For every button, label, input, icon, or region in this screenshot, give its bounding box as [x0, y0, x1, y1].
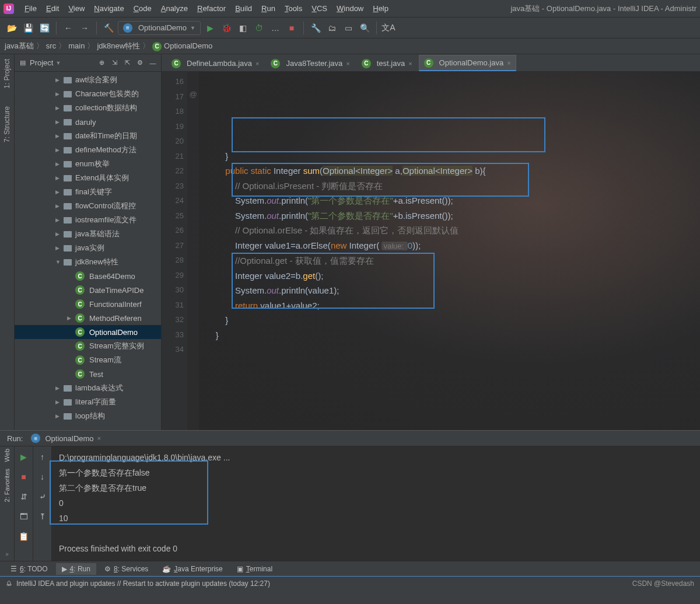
favorites-tab[interactable]: 2: Favorites	[4, 469, 10, 502]
close-icon[interactable]: ×	[507, 60, 510, 67]
close-icon[interactable]: ×	[346, 60, 349, 67]
bottom-tab[interactable]: ☕Java Enterprise	[156, 563, 228, 575]
bottom-tab[interactable]: ☰6: TODO	[5, 563, 54, 575]
menu-vcs[interactable]: VCS	[307, 2, 332, 15]
menu-navigate[interactable]: Navigate	[89, 2, 128, 15]
menu-analyze[interactable]: Analyze	[156, 2, 192, 15]
expand-icon[interactable]: ⇲	[110, 58, 119, 68]
code-content[interactable]: } public static Integer sum(Optional<Int…	[199, 72, 700, 430]
back-icon[interactable]: ←	[61, 21, 75, 35]
menu-edit[interactable]: Edit	[41, 2, 64, 15]
tree-item[interactable]: COptionalDemo	[15, 325, 161, 339]
stop-icon[interactable]: ■	[285, 21, 299, 35]
tree-item[interactable]: CBase64Demo	[15, 269, 161, 283]
bottom-tab[interactable]: ▶4: Run	[56, 563, 96, 575]
menu-view[interactable]: View	[64, 2, 89, 15]
web-tab[interactable]: Web	[4, 449, 10, 462]
menu-window[interactable]: Window	[332, 2, 368, 15]
close-icon[interactable]: ×	[408, 60, 412, 67]
down-icon[interactable]: ↓	[36, 470, 50, 484]
tree-item[interactable]: ▶awt综合案例	[15, 73, 161, 87]
notify-icon[interactable]: 🕭	[6, 579, 13, 588]
collapse-icon[interactable]: ⇱	[123, 58, 132, 68]
breadcrumb-item[interactable]: java基础	[5, 41, 34, 50]
menu-help[interactable]: Help	[368, 2, 393, 15]
tree-item[interactable]: ▶java基础语法	[15, 227, 161, 241]
code-editor[interactable]: 16171819202122232425262728293031323334 @…	[162, 72, 700, 430]
tree-item[interactable]: ▶Character包装类的	[15, 87, 161, 101]
close-icon[interactable]: ×	[256, 60, 259, 67]
menu-file[interactable]: File	[20, 2, 41, 15]
tree-item[interactable]: ▶literal字面量	[15, 395, 161, 409]
tree-item[interactable]: ▶java实例	[15, 241, 161, 255]
tree-item[interactable]: ▶Extend具体实例	[15, 171, 161, 185]
scroll-icon[interactable]: ⤒	[36, 509, 50, 523]
tree-item[interactable]: ▶flowControl流程控	[15, 199, 161, 213]
bottom-tab[interactable]: ▣Terminal	[231, 563, 278, 575]
debug-icon[interactable]: 🐞	[219, 21, 233, 35]
tree-item[interactable]: ▶collection数据结构	[15, 101, 161, 115]
bottom-tool-tabs: ☰6: TODO▶4: Run⚙8: Services☕Java Enterpr…	[0, 561, 700, 576]
run-tab-label[interactable]: OptionalDemo	[45, 434, 93, 443]
layout-icon[interactable]: ⇵	[17, 490, 31, 504]
hammer-icon[interactable]: 🔨	[102, 21, 116, 35]
editor-tab[interactable]: CDefineLambda.java×	[166, 55, 264, 71]
tree-item[interactable]: ▶daruly	[15, 115, 161, 129]
rerun-icon[interactable]: ▶	[17, 450, 31, 464]
avd-icon[interactable]: ▭	[341, 21, 355, 35]
hide-icon[interactable]: —	[148, 58, 158, 68]
tree-item[interactable]: CStream流	[15, 353, 161, 367]
run-config-selector[interactable]: ≡ OptionalDemo ▼	[118, 21, 201, 35]
tree-item[interactable]: ▶CMethodReferen	[15, 311, 161, 325]
console-output[interactable]: D:\programinglanguage\jdk1.8.0\bin\java.…	[52, 446, 700, 561]
bottom-tab[interactable]: ⚙8: Services	[99, 563, 154, 575]
run-config-label: OptionalDemo	[138, 23, 187, 32]
sync-icon[interactable]: 🔄	[37, 21, 51, 35]
menu-build[interactable]: Build	[230, 2, 257, 15]
wrap-icon[interactable]: ⤶	[36, 490, 50, 504]
breadcrumb-item[interactable]: jdk8new特性	[97, 41, 140, 50]
tree-item[interactable]: ▶final关键字	[15, 185, 161, 199]
tree-item[interactable]: CDateTimeAPIDe	[15, 283, 161, 297]
profile-icon[interactable]: ⏱	[252, 21, 266, 35]
select-target-icon[interactable]: ⊕	[97, 58, 106, 68]
tree-item[interactable]: CStream完整实例	[15, 339, 161, 353]
editor-tab[interactable]: Ctest.java×	[356, 55, 418, 71]
breadcrumb-item[interactable]: COptionalDemo	[152, 41, 212, 50]
gear-icon[interactable]: ⚙	[135, 58, 145, 68]
tree-item[interactable]: ▶defineMethod方法	[15, 143, 161, 157]
tree-item[interactable]: ▶date和Time的日期	[15, 129, 161, 143]
tree-item[interactable]: CFunctionalInterf	[15, 297, 161, 311]
structure-icon[interactable]: 🗂	[325, 21, 339, 35]
project-tree[interactable]: ▶awt综合案例▶Character包装类的▶collection数据结构▶da…	[15, 72, 161, 430]
translate-icon[interactable]: 文A	[382, 21, 396, 35]
pin-icon[interactable]: 🗔	[17, 509, 31, 523]
search-icon[interactable]: 🔍	[358, 21, 372, 35]
coverage-icon[interactable]: ◧	[236, 21, 250, 35]
wrench-icon[interactable]: 🔧	[309, 21, 323, 35]
project-tab[interactable]: 1: Project	[3, 59, 11, 89]
editor-tab[interactable]: CJava8Tester.java×	[265, 55, 355, 71]
menu-refactor[interactable]: Refactor	[192, 2, 230, 15]
menu-tools[interactable]: Tools	[280, 2, 307, 15]
tree-item[interactable]: ▶iostreamfile流文件	[15, 213, 161, 227]
breadcrumb-item[interactable]: main	[68, 41, 85, 50]
up-icon[interactable]: ↑	[36, 450, 50, 464]
save-icon[interactable]: 💾	[21, 21, 35, 35]
tree-item[interactable]: ▶loop结构	[15, 409, 161, 423]
attach-icon[interactable]: …	[268, 21, 282, 35]
tree-item[interactable]: ▼jdk8new特性	[15, 255, 161, 269]
tree-item[interactable]: ▶enum枚举	[15, 157, 161, 171]
breadcrumb-item[interactable]: src	[46, 41, 56, 50]
menu-code[interactable]: Code	[129, 2, 156, 15]
menu-run[interactable]: Run	[257, 2, 280, 15]
open-icon[interactable]: 📂	[5, 21, 19, 35]
forward-icon[interactable]: →	[78, 21, 92, 35]
stop-run-icon[interactable]: ■	[17, 470, 31, 484]
tree-item[interactable]: CTest	[15, 367, 161, 381]
run-icon[interactable]: ▶	[203, 21, 217, 35]
editor-tab[interactable]: COptionalDemo.java×	[419, 55, 516, 71]
tree-item[interactable]: ▶lambda表达式	[15, 381, 161, 395]
dump-icon[interactable]: 📋	[17, 529, 31, 543]
structure-tab[interactable]: 7: Structure	[3, 106, 11, 142]
